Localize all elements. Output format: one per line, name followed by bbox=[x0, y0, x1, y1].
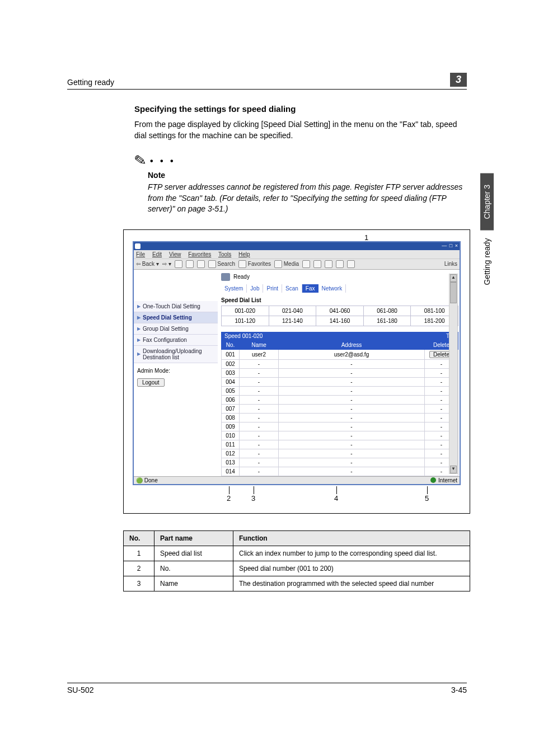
running-title: Getting ready bbox=[67, 78, 114, 87]
logout-button[interactable]: Logout bbox=[137, 378, 165, 387]
note-dots: • • • bbox=[150, 156, 176, 166]
table-row: 3 Name The destination programmed with t… bbox=[124, 576, 470, 591]
media-button[interactable]: Media bbox=[274, 260, 299, 268]
col-no: No. bbox=[222, 340, 240, 349]
cell-no[interactable]: 004 bbox=[222, 377, 240, 386]
cell-no[interactable]: 006 bbox=[222, 395, 240, 404]
menu-help[interactable]: Help bbox=[238, 251, 250, 257]
range-table: 001-020 021-040 041-060 061-080 081-100 … bbox=[221, 306, 458, 326]
scroll-thumb[interactable] bbox=[450, 282, 457, 303]
search-button[interactable]: Search bbox=[208, 260, 235, 268]
menu-favorites[interactable]: Favorites bbox=[188, 251, 211, 257]
table-row: 009--- bbox=[222, 422, 458, 431]
edit-icon[interactable] bbox=[336, 260, 344, 268]
scroll-up-icon[interactable]: ▲ bbox=[450, 274, 457, 282]
print-icon[interactable] bbox=[325, 260, 332, 268]
cell-address: - bbox=[279, 440, 425, 449]
cell-name: - bbox=[240, 431, 279, 440]
footer-model: SU-502 bbox=[67, 685, 93, 694]
cell-address: - bbox=[279, 368, 425, 377]
home-icon[interactable] bbox=[197, 260, 205, 268]
table-row: 006--- bbox=[222, 395, 458, 404]
table-row: 004--- bbox=[222, 377, 458, 386]
col-name: Name bbox=[240, 340, 279, 349]
tab-print[interactable]: Print bbox=[263, 284, 282, 293]
col-address: Address bbox=[279, 340, 425, 349]
range-cell[interactable]: 101-120 bbox=[222, 316, 269, 326]
range-cell[interactable]: 141-160 bbox=[316, 316, 364, 326]
cell-no[interactable]: 013 bbox=[222, 458, 240, 467]
menubar[interactable]: File Edit View Favorites Tools Help bbox=[134, 250, 460, 259]
cell-no[interactable]: 010 bbox=[222, 431, 240, 440]
range-cell[interactable]: 021-040 bbox=[269, 306, 316, 316]
menu-tools[interactable]: Tools bbox=[218, 251, 231, 257]
cell-no[interactable]: 012 bbox=[222, 449, 240, 458]
tab-fax[interactable]: Fax bbox=[302, 284, 318, 293]
cell-no[interactable]: 014 bbox=[222, 467, 240, 476]
ie-icon bbox=[135, 243, 140, 249]
range-cell[interactable]: 001-020 bbox=[222, 306, 269, 316]
forward-button[interactable]: ⇨ ▾ bbox=[162, 261, 171, 267]
table-row: 001user2user2@asd.fgDelete bbox=[222, 349, 458, 359]
screenshot-figure: 1 — □ × File Edit View Favorites Tools H… bbox=[123, 229, 470, 514]
device-status: Ready bbox=[233, 274, 250, 280]
cell-no[interactable]: 009 bbox=[222, 422, 240, 431]
cell-address: - bbox=[279, 386, 425, 395]
sidebar-item-speeddial[interactable]: ▶Speed Dial Setting bbox=[134, 312, 218, 323]
favorites-button[interactable]: Favorites bbox=[238, 260, 271, 268]
cell-no[interactable]: 001 bbox=[222, 349, 240, 359]
cell-no[interactable]: 002 bbox=[222, 359, 240, 368]
cell-no[interactable]: 003 bbox=[222, 368, 240, 377]
cell-address: user2@asd.fg bbox=[279, 349, 425, 359]
toolbar[interactable]: ⇦ Back ▾ ⇨ ▾ Search Favorites Media Link… bbox=[134, 259, 460, 270]
stop-icon[interactable] bbox=[175, 260, 182, 268]
note-icon: ✎ bbox=[133, 152, 148, 171]
refresh-icon[interactable] bbox=[186, 260, 194, 268]
tab-system[interactable]: System bbox=[221, 284, 247, 293]
cell-name: - bbox=[240, 467, 279, 476]
range-cell[interactable]: 121-140 bbox=[269, 316, 316, 326]
table-row: 2 No. Speed dial number (001 to 200) bbox=[124, 561, 470, 576]
callout-4: 4 bbox=[334, 494, 338, 503]
scroll-down-icon[interactable]: ▼ bbox=[450, 466, 457, 473]
sidebar-item-onetouch[interactable]: ▶One-Touch Dial Setting bbox=[134, 301, 218, 312]
vertical-scrollbar[interactable]: ▲ ▼ bbox=[449, 274, 458, 474]
cell-name: - bbox=[240, 404, 279, 413]
callout-3: 3 bbox=[251, 494, 255, 503]
sidebar-item-groupdial[interactable]: ▶Group Dial Setting bbox=[134, 323, 218, 335]
app-tabs: SystemJobPrintScanFaxNetwork bbox=[221, 284, 458, 293]
tab-job[interactable]: Job bbox=[247, 284, 263, 293]
table-row: 007--- bbox=[222, 404, 458, 413]
sidebar-item-download[interactable]: ▶Downloading/Uploading Destination list bbox=[134, 346, 218, 363]
cell-no[interactable]: 011 bbox=[222, 440, 240, 449]
menu-edit[interactable]: Edit bbox=[152, 251, 162, 257]
window-controls[interactable]: — □ × bbox=[442, 243, 458, 248]
cell-no[interactable]: 008 bbox=[222, 413, 240, 422]
links-label[interactable]: Links bbox=[444, 261, 457, 267]
parts-h-no: No. bbox=[124, 530, 154, 546]
cell-no[interactable]: 005 bbox=[222, 386, 240, 395]
range-cell[interactable]: 041-060 bbox=[316, 306, 364, 316]
sidebar-item-faxconfig[interactable]: ▶Fax Configuration bbox=[134, 335, 218, 346]
tab-scan[interactable]: Scan bbox=[282, 284, 302, 293]
panel-title: Speed Dial List bbox=[221, 297, 458, 303]
menu-file[interactable]: File bbox=[136, 251, 145, 257]
history-icon[interactable] bbox=[302, 260, 310, 268]
discuss-icon[interactable] bbox=[347, 260, 355, 268]
cell-address: - bbox=[279, 467, 425, 476]
callouts-bottom: 2 3 4 5 bbox=[133, 486, 461, 505]
mail-icon[interactable] bbox=[313, 260, 321, 268]
section-title: Specifying the settings for speed dialin… bbox=[134, 104, 467, 114]
note-body: FTP server addresses cannot be registere… bbox=[148, 182, 467, 215]
chapter-chip: 3 bbox=[450, 73, 467, 87]
cell-address: - bbox=[279, 458, 425, 467]
back-button[interactable]: ⇦ Back ▾ bbox=[136, 261, 159, 267]
tab-network[interactable]: Network bbox=[318, 284, 346, 293]
sidebar: ▶One-Touch Dial Setting ▶Speed Dial Sett… bbox=[134, 270, 218, 476]
table-row: 005--- bbox=[222, 386, 458, 395]
cell-no[interactable]: 007 bbox=[222, 404, 240, 413]
menu-view[interactable]: View bbox=[169, 251, 181, 257]
cell-address: - bbox=[279, 413, 425, 422]
range-cell[interactable]: 161-180 bbox=[363, 316, 411, 326]
range-cell[interactable]: 061-080 bbox=[363, 306, 411, 316]
